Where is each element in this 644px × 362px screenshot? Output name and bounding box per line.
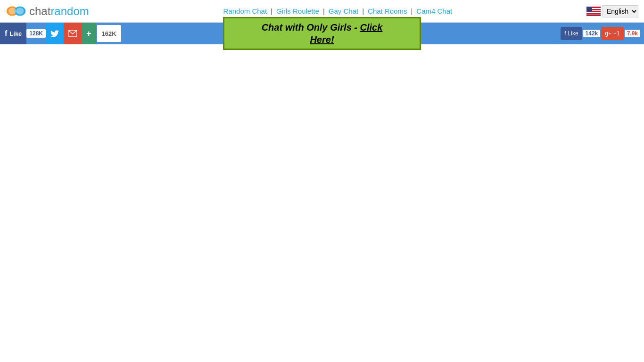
social-bar: f Like 128K + 162K Chat with Only Girls … <box>0 23 644 44</box>
googleplus-label: +1 <box>613 30 620 37</box>
googleplus-button[interactable]: g+ +1 <box>601 27 623 40</box>
nav-random-chat[interactable]: Random Chat <box>222 7 269 15</box>
social-right: f Like 142k g+ +1 7.9k <box>561 27 644 40</box>
logo-icon <box>6 4 27 19</box>
nav-sep-1: | <box>269 7 274 15</box>
social-left: f Like 128K + 162K <box>0 23 121 44</box>
language-selector[interactable]: English <box>586 5 638 17</box>
logo-text: chatrandom <box>29 5 89 18</box>
facebook-like-count: 142k <box>583 30 601 37</box>
nav-gay-chat[interactable]: Gay Chat <box>327 7 360 15</box>
language-select[interactable]: English <box>603 5 638 17</box>
cta-click-text: Click <box>360 22 383 33</box>
nav-links: Random Chat | Girls Roulette | Gay Chat … <box>222 7 454 15</box>
cta-main-text: Chat with Only Girls - <box>262 22 360 33</box>
nav-cam4-chat[interactable]: Cam4 Chat <box>414 7 454 15</box>
facebook-icon: f <box>5 29 7 38</box>
svg-point-2 <box>8 8 16 15</box>
nav-sep-3: | <box>360 7 366 15</box>
twitter-icon <box>50 30 59 37</box>
nav-sep-2: | <box>321 7 327 15</box>
email-icon <box>68 30 77 37</box>
nav-sep-4: | <box>409 7 414 15</box>
facebook-like-label: Like <box>568 30 578 37</box>
main-content <box>0 44 644 362</box>
googleplus-count: 7.9k <box>625 30 640 37</box>
googleplus-icon: g+ <box>605 30 611 37</box>
cta-banner[interactable]: Chat with Only Girls - Click Here! <box>223 17 421 50</box>
logo[interactable]: chatrandom <box>6 4 89 19</box>
cta-here-text: Here! <box>310 34 334 45</box>
facebook-like-button[interactable]: f Like <box>561 27 582 40</box>
total-share-count: 162K <box>97 25 121 42</box>
facebook-share-button[interactable]: f Like <box>0 23 26 44</box>
email-share-button[interactable] <box>64 23 82 44</box>
cta-banner-text: Chat with Only Girls - Click Here! <box>239 21 405 46</box>
svg-point-3 <box>16 8 24 15</box>
nav-girls-roulette[interactable]: Girls Roulette <box>274 7 321 15</box>
us-flag-icon <box>586 7 601 16</box>
facebook-share-count: 128K <box>26 29 46 38</box>
plus-icon: + <box>86 29 91 39</box>
nav-chat-rooms[interactable]: Chat Rooms <box>366 7 409 15</box>
twitter-share-button[interactable] <box>46 23 64 44</box>
facebook-like-icon: f <box>564 30 566 37</box>
facebook-share-label: Like <box>9 30 22 37</box>
